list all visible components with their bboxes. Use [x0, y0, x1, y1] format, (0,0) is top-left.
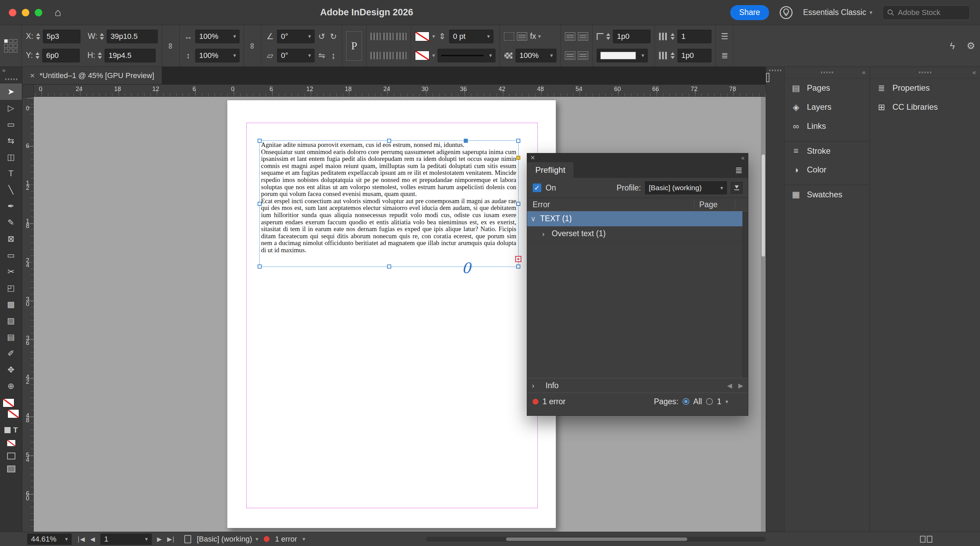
document-tab[interactable]: × *Untitled–1 @ 45% [GPU Preview]	[22, 67, 162, 84]
share-button[interactable]: Share	[730, 5, 769, 20]
selected-text-frame[interactable]: Agnitae adite nimusa porrovit exernam, c…	[259, 140, 519, 267]
adobe-stock-search[interactable]: Adobe Stock	[883, 5, 970, 20]
zoom-window-button[interactable]	[35, 9, 42, 16]
error-row[interactable]: ∨ TEXT (1)	[527, 211, 743, 226]
panel-grip[interactable]	[5, 78, 18, 80]
scale-y-field[interactable]: 100%▾	[195, 49, 240, 62]
shear-angle-field[interactable]: 0°▾	[277, 49, 315, 62]
chevron-down-icon[interactable]: ▾	[145, 536, 148, 542]
chevron-down-icon[interactable]: ▾	[484, 33, 490, 40]
h-stepper[interactable]	[98, 52, 102, 59]
error-column-header[interactable]: Error	[533, 200, 550, 209]
first-page-button[interactable]: ∣◀	[77, 535, 85, 543]
fill-flyout-icon[interactable]: ▾	[432, 33, 435, 40]
collapse-dock-icon[interactable]: «	[862, 69, 865, 76]
frame-handle-se[interactable]	[516, 264, 520, 269]
apply-none-icon[interactable]	[7, 440, 16, 446]
frame-handle-n[interactable]	[387, 139, 391, 143]
free-transform-tool-icon[interactable]: ◰	[0, 280, 22, 296]
normal-screen-mode-icon[interactable]	[7, 453, 15, 459]
scissors-tool-icon[interactable]: ✂	[0, 263, 22, 280]
page-number-field[interactable]: 1 ▾	[100, 534, 152, 544]
corner-radius-field[interactable]: 1p0	[613, 30, 651, 43]
panel-links[interactable]: ∞ Links	[784, 116, 870, 136]
panel-cc-libraries[interactable]: ⊞ CC Libraries	[870, 97, 980, 116]
constrain-dimensions[interactable]: ∞	[162, 25, 180, 67]
applied-swatch-select[interactable]: ▾	[597, 49, 648, 62]
panel-scrollbar[interactable]	[743, 211, 748, 378]
align-icon[interactable]	[383, 33, 394, 40]
close-panel-icon[interactable]: ×	[531, 153, 535, 162]
info-next-icon[interactable]: ▶	[738, 382, 743, 390]
distribute-icon[interactable]	[396, 52, 407, 59]
ruler-corner[interactable]	[22, 84, 34, 97]
tree-chevron-icon[interactable]: ∨	[531, 215, 540, 223]
horizontal-scrollbar[interactable]	[426, 537, 766, 541]
frame-handle-e[interactable]	[516, 202, 520, 206]
chevron-down-icon[interactable]: ▾	[305, 33, 311, 40]
stroke-color-swatch[interactable]	[415, 51, 430, 60]
pages-range-radio[interactable]	[706, 398, 713, 405]
object-effects-icon[interactable]	[517, 32, 527, 41]
minimize-window-button[interactable]	[22, 9, 29, 16]
panel-color[interactable]: ◑ Color	[784, 160, 870, 179]
y-field[interactable]: 6p0	[42, 49, 80, 62]
rectangle-frame-tool-icon[interactable]: ⊠	[0, 231, 22, 247]
w-field[interactable]: 39p10.5	[107, 30, 158, 43]
fill-stroke-proxy[interactable]	[0, 397, 22, 423]
overset-text-outport[interactable]: +	[515, 256, 521, 262]
rectangle-tool-icon[interactable]: ▭	[0, 247, 22, 263]
previous-page-button[interactable]: ◀	[90, 535, 95, 543]
panel-properties[interactable]: ≣ Properties	[870, 78, 980, 97]
chevron-down-icon[interactable]: ▾	[230, 52, 236, 59]
gradient-tool-icon[interactable]: ▩	[0, 296, 22, 312]
w-stepper[interactable]	[100, 33, 104, 40]
error-row[interactable]: › Overset text (1)	[527, 226, 743, 241]
distribute-icon[interactable]	[371, 52, 380, 59]
expand-panel-icon[interactable]: »	[0, 67, 22, 76]
vertical-scrollbar-thumb[interactable]	[762, 154, 765, 257]
content-collector-tool-icon[interactable]: ◫	[0, 149, 22, 165]
dock-grip[interactable]	[919, 72, 931, 73]
collapse-panel-icon[interactable]: «	[741, 154, 745, 162]
distribute-icon[interactable]	[383, 52, 394, 59]
stroke-style-select[interactable]: ▾	[438, 49, 495, 62]
preflight-tab[interactable]: Preflight	[527, 162, 573, 178]
embed-profile-icon[interactable]	[731, 182, 743, 194]
corner-edit-handle[interactable]	[516, 156, 520, 160]
no-text-wrap-icon[interactable]	[565, 32, 575, 41]
horizontal-scrollbar-thumb[interactable]	[506, 538, 687, 541]
flip-vertical-icon[interactable]: ↨	[329, 51, 338, 60]
close-document-icon[interactable]: ×	[30, 71, 35, 80]
chevron-down-icon[interactable]: ▾	[256, 536, 258, 542]
formatting-affects-text-icon[interactable]: T	[13, 426, 18, 435]
selection-tool-icon[interactable]: ➤	[0, 83, 22, 100]
rotate-cw-icon[interactable]: ↻	[329, 32, 338, 41]
reference-point-proxy[interactable]	[0, 25, 22, 67]
formatting-affects-container-icon[interactable]	[5, 427, 11, 433]
gap-tool-icon[interactable]: ⇆	[0, 132, 22, 149]
opacity-field[interactable]: 100%▾	[515, 49, 557, 62]
vertical-scrollbar[interactable]	[761, 97, 766, 532]
rotate-ccw-icon[interactable]: ↺	[317, 32, 326, 41]
direct-selection-tool-icon[interactable]: ▷	[0, 100, 22, 116]
close-window-button[interactable]	[9, 9, 16, 16]
scale-x-field[interactable]: 100%▾	[195, 30, 240, 43]
effects-menu[interactable]: fx▾	[530, 32, 541, 41]
page-column-header[interactable]: Page	[699, 200, 718, 209]
align-icon[interactable]	[371, 33, 380, 40]
frame-handle-selected[interactable]	[464, 139, 468, 143]
corner-radius-stepper[interactable]	[606, 33, 610, 40]
panel-layers[interactable]: ◈ Layers	[784, 97, 870, 116]
chevron-down-icon[interactable]: ▾	[305, 52, 311, 59]
hand-tool-icon[interactable]: ✥	[0, 361, 22, 378]
panel-menu-icon[interactable]: ≣	[735, 165, 743, 175]
horizontal-ruler[interactable]: 0241812606121824303642485460667278	[22, 84, 766, 97]
chevron-down-icon[interactable]: ▾	[725, 398, 728, 405]
fill-swatch-none[interactable]	[3, 398, 14, 407]
stroke-flyout-icon[interactable]: ▾	[432, 52, 435, 59]
frame-handle-w[interactable]	[258, 202, 262, 206]
h-field[interactable]: 19p4.5	[105, 49, 156, 62]
panel-pages[interactable]: ▤ Pages	[784, 78, 870, 97]
eyedropper-tool-icon[interactable]: ✐	[0, 345, 22, 361]
